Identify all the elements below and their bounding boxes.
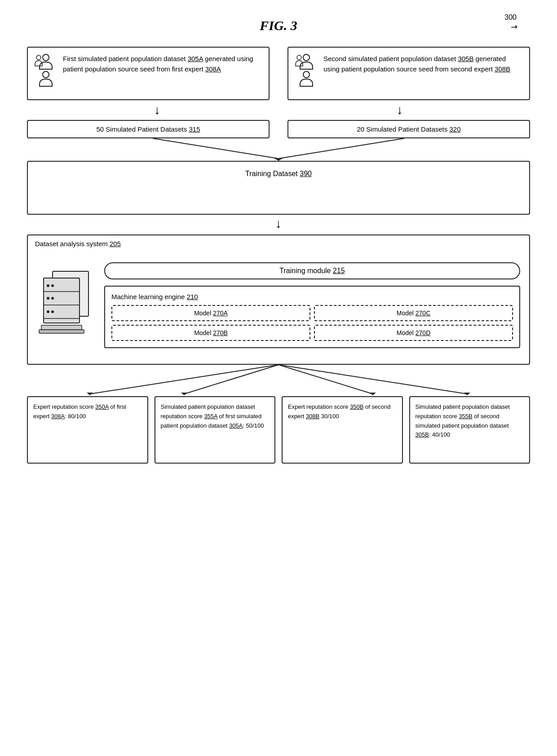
svg-point-19 xyxy=(51,310,54,313)
svg-point-2 xyxy=(36,55,41,60)
sim-box-315: 50 Simulated Patient Datasets 315 xyxy=(27,120,270,138)
ref-270B: 270B xyxy=(213,329,228,336)
svg-point-3 xyxy=(303,54,309,61)
svg-point-14 xyxy=(47,284,49,287)
analysis-system-box: Dataset analysis system 205 xyxy=(27,234,530,365)
arrows-top: ↓ ↓ xyxy=(27,103,530,117)
ref-270A: 270A xyxy=(213,309,228,317)
svg-point-1 xyxy=(43,71,49,78)
training-dataset-box: Training Dataset 390 xyxy=(27,161,530,215)
ref-350A: 350A xyxy=(95,403,109,410)
svg-point-16 xyxy=(47,297,49,300)
output-box-355B: Simulated patient population dataset rep… xyxy=(409,396,530,464)
output-box-350B: Expert reputation score 350B of second e… xyxy=(282,396,403,464)
person-icon-right xyxy=(295,54,318,93)
fan-arrows xyxy=(27,365,530,396)
page-container: 300 ↙ FIG. 3 xyxy=(0,0,557,756)
svg-line-7 xyxy=(278,138,404,159)
ref-205: 205 xyxy=(110,240,121,248)
ref-270D: 270D xyxy=(416,329,430,336)
svg-marker-28 xyxy=(370,393,376,395)
ref-305B-out: 305B xyxy=(416,431,429,438)
svg-point-4 xyxy=(303,71,309,78)
model-270B: Model 270B xyxy=(111,325,310,341)
model-270D: Model 270D xyxy=(314,325,513,341)
svg-marker-27 xyxy=(181,393,187,395)
ref-308A: 308A xyxy=(205,65,221,73)
ref-390: 390 xyxy=(300,170,312,177)
svg-marker-8 xyxy=(274,158,283,161)
arrow-down-left-1: ↓ xyxy=(36,103,278,117)
ref-215: 215 xyxy=(333,267,345,274)
arrow-down-right-1: ↓ xyxy=(278,103,521,117)
models-grid: Model 270A Model 270C Model 270B Model 2… xyxy=(111,305,513,341)
analysis-system-label: Dataset analysis system 205 xyxy=(35,240,121,248)
ref-305A: 305A xyxy=(188,55,203,62)
ref-270C: 270C xyxy=(416,309,430,317)
ref-315: 315 xyxy=(189,125,200,133)
svg-point-17 xyxy=(51,297,54,300)
ml-section: Training module 215 Machine learning eng… xyxy=(104,262,520,348)
ref-305B: 305B xyxy=(458,55,473,62)
second-dataset-text: Second simulated patient population data… xyxy=(323,54,522,74)
output-section: Expert reputation score 350A of first ex… xyxy=(27,396,530,464)
ref-308B: 308B xyxy=(495,65,510,73)
sim-row: 50 Simulated Patient Datasets 315 20 Sim… xyxy=(27,120,530,138)
ref-210: 210 xyxy=(187,293,198,301)
figure-title: FIG. 3 xyxy=(27,13,530,33)
ml-engine-box: Machine learning engine 210 Model 270A M… xyxy=(104,286,520,348)
output-box-350A: Expert reputation score 350A of first ex… xyxy=(27,396,148,464)
first-dataset-box: First simulated patient population datas… xyxy=(27,47,270,100)
svg-rect-21 xyxy=(39,330,84,333)
svg-line-23 xyxy=(184,365,278,394)
ref-350B: 350B xyxy=(350,403,363,410)
ref-308A-out: 308A xyxy=(51,413,65,420)
converging-arrows xyxy=(27,138,530,161)
svg-point-18 xyxy=(47,310,49,313)
ref-305A-out: 305A xyxy=(229,422,243,429)
top-dataset-row: First simulated patient population datas… xyxy=(27,47,530,100)
first-dataset-text: First simulated patient population datas… xyxy=(63,54,261,74)
ref-number-300: 300 xyxy=(504,13,517,22)
server-icon xyxy=(37,267,95,345)
person-icon-left xyxy=(34,54,57,93)
svg-line-24 xyxy=(278,365,373,394)
output-box-355A: Simulated patient population dataset rep… xyxy=(155,396,276,464)
svg-point-15 xyxy=(51,284,54,287)
sim-box-320: 20 Simulated Patient Datasets 320 xyxy=(287,120,530,138)
ref-355A: 355A xyxy=(204,413,217,420)
svg-line-25 xyxy=(278,365,467,394)
model-270A: Model 270A xyxy=(111,305,310,321)
model-270C: Model 270C xyxy=(314,305,513,321)
svg-line-22 xyxy=(90,365,278,394)
svg-rect-20 xyxy=(41,325,82,330)
ml-engine-label: Machine learning engine 210 xyxy=(111,293,513,301)
ref-320: 320 xyxy=(449,125,460,133)
ref-355B: 355B xyxy=(459,413,472,420)
ref-308B-out: 308B xyxy=(306,413,319,420)
second-dataset-box: Second simulated patient population data… xyxy=(287,47,530,100)
arrow-down-training: ↓ xyxy=(27,217,530,230)
svg-line-6 xyxy=(153,138,278,159)
training-module-box: Training module 215 xyxy=(104,262,520,279)
svg-point-5 xyxy=(297,55,301,60)
svg-point-0 xyxy=(43,54,49,61)
